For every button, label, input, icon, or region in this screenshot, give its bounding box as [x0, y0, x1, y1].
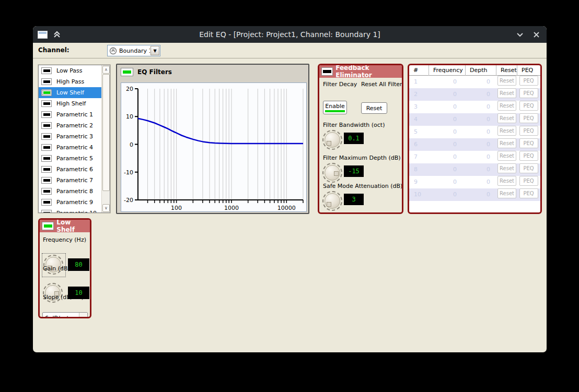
reset-cell: Reset [496, 101, 517, 113]
peq-cell: PEQ [517, 138, 540, 151]
reset-cell: Reset [496, 138, 517, 151]
row-peq-button[interactable]: PEQ [519, 188, 538, 198]
filter-max-depth-knob[interactable] [322, 163, 342, 183]
filter-list-item[interactable]: Low Pass [39, 65, 101, 76]
low-shelf-indicator[interactable] [42, 222, 54, 230]
reset-cell: Reset [496, 126, 517, 138]
feedback-eliminator-indicator[interactable] [321, 67, 333, 76]
row-peq-button[interactable]: PEQ [519, 138, 538, 148]
eq-filters-panel: EQ Filters 20100-10-20100100010000 [116, 64, 309, 214]
row-reset-button[interactable]: Reset [497, 88, 516, 98]
filter-state-indicator[interactable] [41, 133, 52, 140]
slope-select-arrow[interactable]: ⌄ [79, 313, 87, 318]
row-peq-button[interactable]: PEQ [519, 88, 538, 98]
filter-state-indicator[interactable] [41, 122, 52, 129]
row-peq-button[interactable]: PEQ [519, 176, 538, 186]
filter-list-item[interactable]: Parametric 6 [39, 164, 101, 175]
filter-list-item[interactable]: Parametric 5 [39, 153, 101, 164]
enable-button[interactable]: Enable [323, 101, 347, 114]
row-reset-button[interactable]: Reset [497, 76, 516, 86]
filter-state-indicator[interactable] [41, 78, 52, 85]
table-row: 500ResetPEQ [409, 126, 540, 138]
row-reset-button[interactable]: Reset [497, 188, 516, 198]
filter-list-item[interactable]: Parametric 4 [39, 142, 101, 153]
eq-filters-indicator[interactable] [121, 68, 133, 76]
filter-list: Low PassHigh PassLow ShelfHigh ShelfPara… [38, 65, 110, 213]
peq-cell: PEQ [517, 113, 540, 126]
channel-select[interactable]: Boundary 1 ▼ [107, 45, 160, 56]
row-depth: 0 [466, 163, 496, 176]
row-reset-button[interactable]: Reset [497, 138, 516, 148]
reset-cell: Reset [496, 113, 517, 126]
table-row: 1000ResetPEQ [409, 188, 540, 201]
close-icon[interactable] [532, 31, 540, 39]
filter-list-item[interactable]: Parametric 2 [39, 120, 101, 131]
safe-mode-attenuation-knob[interactable] [322, 191, 342, 211]
safe-mode-attenuation-label: Safe Mode Attenuation (dB) [323, 183, 402, 189]
filter-item-label: Low Shelf [56, 89, 84, 96]
window-title: Edit EQ - [Project: Project1, Channel: B… [33, 26, 547, 43]
slope-select[interactable]: 6 dB/oct ⌄ [42, 312, 88, 318]
filter-item-label: Parametric 6 [56, 166, 93, 173]
filter-state-indicator[interactable] [41, 89, 52, 96]
edit-eq-window: Edit EQ - [Project: Project1, Channel: B… [33, 26, 547, 352]
titlebar[interactable]: Edit EQ - [Project: Project1, Channel: B… [33, 26, 547, 43]
filter-bandwidth-knob[interactable] [322, 130, 342, 150]
filter-state-indicator[interactable] [41, 155, 52, 162]
row-reset-button[interactable]: Reset [497, 176, 516, 186]
row-reset-button[interactable]: Reset [497, 126, 516, 136]
reset-cell: Reset [496, 76, 517, 88]
scroll-up-icon[interactable]: ∧ [102, 66, 110, 74]
row-peq-button[interactable]: PEQ [519, 113, 538, 123]
row-frequency: 0 [429, 163, 466, 176]
filter-state-indicator[interactable] [41, 111, 52, 118]
filter-list-item[interactable]: Parametric 10 [39, 208, 101, 212]
row-frequency: 0 [429, 88, 466, 101]
reset-cell: Reset [496, 176, 517, 188]
row-reset-button[interactable]: Reset [497, 101, 516, 111]
filter-list-item[interactable]: High Shelf [39, 98, 101, 109]
filter-state-indicator[interactable] [41, 210, 52, 212]
reset-all-filters-label: Reset All Filters [361, 81, 403, 88]
scrollbar-thumb[interactable] [102, 74, 110, 191]
frequency-label: Frequency (Hz) [43, 236, 86, 243]
feedback-eliminator-title: Feedback Eliminator [335, 64, 402, 79]
filter-list-scrollbar[interactable]: ∧ ∨ [101, 65, 110, 212]
filter-state-indicator[interactable] [41, 199, 52, 206]
row-reset-button[interactable]: Reset [497, 151, 516, 161]
table-row: 200ResetPEQ [409, 88, 540, 101]
scroll-down-icon[interactable]: ∨ [102, 204, 110, 212]
filter-list-item[interactable]: High Pass [39, 76, 101, 87]
chevron-down-icon[interactable] [516, 30, 524, 39]
row-peq-button[interactable]: PEQ [519, 151, 538, 161]
filter-state-indicator[interactable] [41, 177, 52, 184]
filter-state-indicator[interactable] [41, 67, 52, 74]
row-depth: 0 [466, 126, 496, 138]
row-depth: 0 [466, 76, 496, 88]
filter-list-item[interactable]: Parametric 1 [39, 109, 101, 120]
feedback-eliminator-header: Feedback Eliminator [319, 65, 402, 78]
table-row: 600ResetPEQ [409, 138, 540, 151]
row-frequency: 0 [429, 188, 466, 201]
filter-state-indicator[interactable] [41, 100, 52, 107]
filter-item-label: Parametric 2 [56, 122, 93, 129]
row-peq-button[interactable]: PEQ [519, 163, 538, 173]
reset-all-filters-button[interactable]: Reset [361, 102, 387, 114]
filter-state-indicator[interactable] [41, 144, 52, 151]
filter-list-item[interactable]: Parametric 9 [39, 197, 101, 208]
filter-state-indicator[interactable] [41, 188, 52, 195]
filter-list-item[interactable]: Parametric 8 [39, 186, 101, 197]
filter-state-indicator[interactable] [41, 166, 52, 173]
row-reset-button[interactable]: Reset [497, 163, 516, 173]
table-row: 900ResetPEQ [409, 176, 540, 188]
low-shelf-panel: Low Shelf Frequency (Hz) 80 Gain (dB) 10… [38, 218, 91, 318]
row-peq-button[interactable]: PEQ [519, 101, 538, 111]
filter-list-item[interactable]: Low Shelf [39, 87, 101, 98]
row-reset-button[interactable]: Reset [497, 113, 516, 123]
row-peq-button[interactable]: PEQ [519, 76, 538, 86]
filter-list-item[interactable]: Parametric 3 [39, 131, 101, 142]
filter-item-label: Parametric 4 [56, 144, 93, 151]
filter-list-item[interactable]: Parametric 7 [39, 175, 101, 186]
row-peq-button[interactable]: PEQ [519, 126, 538, 136]
channel-select-arrow[interactable]: ▼ [150, 46, 159, 55]
